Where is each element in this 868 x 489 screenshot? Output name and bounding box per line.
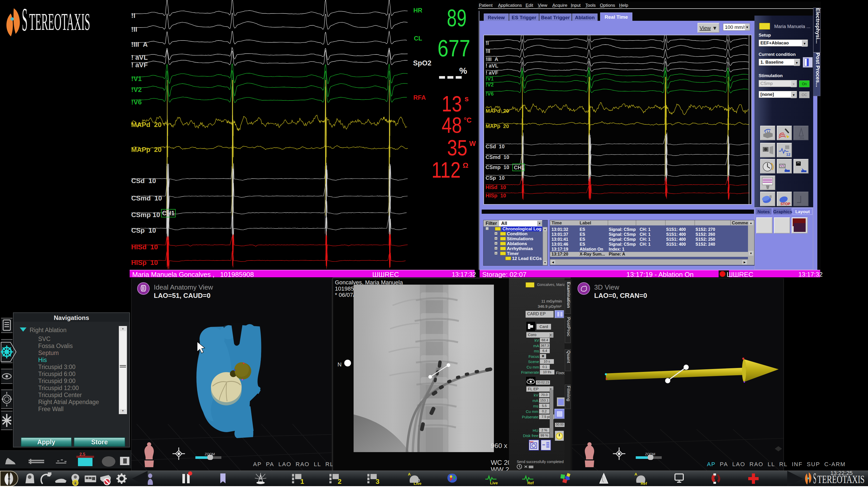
svg-text:CH1: CH1 — [514, 165, 524, 170]
svg-text:35: 35 — [447, 135, 467, 160]
svg-text:S: S — [813, 472, 816, 486]
svg-text:s: s — [465, 95, 469, 103]
svg-text:HISd 10: HISd 10 — [131, 243, 158, 251]
svg-text:! aVF: ! aVF — [486, 70, 498, 75]
svg-text:CSmp 10: CSmp 10 — [486, 164, 509, 170]
svg-text:12: 12 — [786, 152, 790, 157]
svg-text:CSmd 10: CSmd 10 — [486, 154, 509, 160]
svg-text:Live: Live — [490, 481, 498, 485]
svg-text:!V6: !V6 — [131, 98, 142, 106]
svg-text:! aVL: ! aVL — [486, 63, 498, 69]
svg-text:A: A — [408, 472, 411, 476]
svg-text:CSmd 10: CSmd 10 — [131, 194, 162, 202]
svg-text:2: 2 — [338, 478, 341, 485]
svg-text:!V2: !V2 — [131, 86, 142, 94]
svg-text:2.5: 2.5 — [80, 453, 85, 457]
svg-text:CSmp 10: CSmp 10 — [131, 211, 160, 219]
svg-text:CSp 10: CSp 10 — [131, 226, 156, 234]
svg-text:!II: !II — [486, 48, 490, 54]
svg-text:HR: HR — [413, 7, 423, 14]
svg-text:!II: !II — [131, 26, 137, 33]
svg-text:Ω: Ω — [463, 162, 468, 169]
svg-text:Live: Live — [413, 481, 422, 486]
svg-text:Ref: Ref — [527, 481, 534, 485]
svg-text:CSd 10: CSd 10 — [131, 177, 156, 185]
svg-text:RFA: RFA — [413, 94, 426, 101]
svg-text:677: 677 — [437, 35, 470, 61]
svg-text:! aVF: ! aVF — [131, 61, 148, 69]
svg-text:!V6: !V6 — [486, 91, 494, 97]
svg-text:%: % — [459, 66, 467, 75]
svg-text:SpO2: SpO2 — [413, 59, 432, 67]
svg-text:!III A: !III A — [131, 40, 148, 48]
svg-text:CH1: CH1 — [162, 209, 175, 217]
svg-text:HISp 10: HISp 10 — [131, 259, 158, 266]
svg-text:CL: CL — [414, 35, 422, 42]
svg-text:HISp 10: HISp 10 — [486, 193, 506, 198]
svg-text:CSp 10: CSp 10 — [486, 175, 504, 181]
svg-text:STOP: STOP — [780, 202, 790, 206]
svg-text:MAPp 20: MAPp 20 — [131, 146, 162, 154]
svg-text:CSd 10: CSd 10 — [486, 143, 504, 149]
svg-text:°C: °C — [464, 116, 471, 124]
svg-text:MAPd 20: MAPd 20 — [486, 108, 509, 114]
svg-text:3: 3 — [376, 478, 379, 485]
svg-text:MAPd 20: MAPd 20 — [131, 121, 162, 129]
svg-text:W: W — [469, 140, 476, 148]
svg-text:112: 112 — [432, 158, 461, 182]
svg-text:!V1: !V1 — [131, 75, 142, 83]
svg-text:HISd 10: HISd 10 — [486, 184, 506, 190]
svg-text:Ref: Ref — [641, 481, 647, 486]
svg-text:ms: ms — [800, 136, 804, 140]
svg-text:A: A — [634, 472, 637, 476]
svg-text:!I: !I — [486, 40, 489, 46]
svg-text:!V2: !V2 — [486, 82, 494, 88]
svg-text:1: 1 — [300, 478, 304, 485]
svg-text:!V1: !V1 — [486, 76, 494, 82]
svg-text:! aVL: ! aVL — [131, 54, 148, 61]
svg-text:48: 48 — [442, 113, 462, 137]
svg-text:!III A: !III A — [486, 56, 498, 62]
svg-text:MAPp 20: MAPp 20 — [486, 123, 509, 129]
svg-text:13: 13 — [442, 91, 462, 116]
svg-text:!I: !I — [131, 12, 135, 20]
svg-text:89: 89 — [447, 5, 467, 31]
